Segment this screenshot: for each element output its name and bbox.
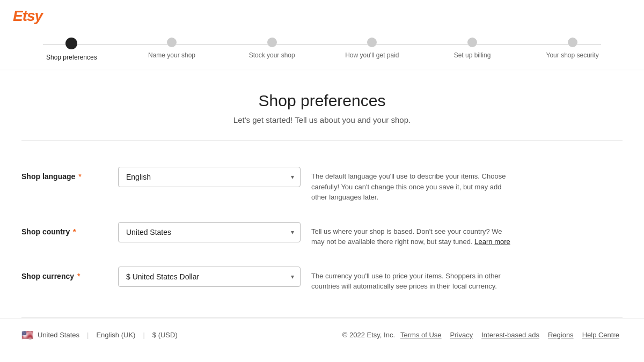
step-label-2: Name your shop bbox=[148, 51, 195, 59]
step-get-paid: How you'll get paid bbox=[322, 38, 422, 59]
shop-language-row: Shop language * English French German Sp… bbox=[21, 157, 623, 212]
shop-currency-row: Shop currency * $ United States Dollar £… bbox=[21, 257, 623, 301]
required-asterisk-language: * bbox=[76, 172, 81, 181]
separator-2: | bbox=[143, 331, 144, 339]
footer-currency: $ (USD) bbox=[152, 331, 178, 339]
step-label-5: Set up billing bbox=[454, 51, 491, 59]
required-asterisk-currency: * bbox=[75, 272, 80, 280]
shop-country-row: Shop country * United States United King… bbox=[21, 212, 623, 257]
help-centre-link[interactable]: Help Centre bbox=[582, 331, 619, 339]
footer-language: English (UK) bbox=[96, 331, 135, 339]
footer-region-info: 🇺🇸 United States | English (UK) | $ (USD… bbox=[21, 329, 178, 341]
shop-language-label: Shop language * bbox=[21, 167, 107, 181]
shop-currency-field: $ United States Dollar £ British Pound €… bbox=[118, 267, 301, 287]
shop-currency-select[interactable]: $ United States Dollar £ British Pound €… bbox=[118, 267, 301, 287]
shop-country-select-wrapper: United States United Kingdom Canada Aust… bbox=[118, 222, 301, 242]
shop-language-hint: The default language you'll use to descr… bbox=[311, 167, 515, 203]
footer-copyright: © 2022 Etsy, Inc. bbox=[342, 331, 395, 339]
step-dot-2 bbox=[167, 38, 177, 47]
step-dot-1 bbox=[65, 38, 77, 49]
regions-link[interactable]: Regions bbox=[548, 331, 574, 339]
shop-country-field: United States United Kingdom Canada Aust… bbox=[118, 222, 301, 242]
etsy-logo[interactable]: Etsy bbox=[13, 8, 42, 24]
step-set-up-billing: Set up billing bbox=[422, 38, 523, 59]
step-dot-4 bbox=[367, 38, 377, 47]
privacy-link[interactable]: Privacy bbox=[450, 331, 473, 339]
flag-icon: 🇺🇸 bbox=[21, 329, 33, 341]
preferences-form: Shop language * English French German Sp… bbox=[21, 141, 623, 318]
save-bar: Save and continue bbox=[0, 352, 644, 363]
page-subtitle: Let's get started! Tell us about you and… bbox=[21, 115, 623, 124]
shop-currency-select-wrapper: $ United States Dollar £ British Pound €… bbox=[118, 267, 301, 287]
step-dot-6 bbox=[568, 38, 577, 47]
separator-1: | bbox=[87, 331, 89, 339]
required-asterisk-country: * bbox=[71, 227, 76, 236]
header: Etsy bbox=[0, 0, 644, 32]
shop-currency-hint: The currency you'll use to price your it… bbox=[311, 267, 515, 292]
step-dot-5 bbox=[467, 38, 477, 47]
step-name-shop: Name your shop bbox=[122, 38, 222, 59]
footer-links: © 2022 Etsy, Inc. Terms of Use Privacy I… bbox=[342, 331, 623, 339]
main-content: Shop preferences Let's get started! Tell… bbox=[0, 70, 644, 318]
shop-country-label: Shop country * bbox=[21, 222, 107, 236]
step-shop-preferences: Shop preferences bbox=[21, 38, 122, 61]
step-label-6: Your shop security bbox=[546, 51, 599, 59]
step-stock-shop: Stock your shop bbox=[222, 38, 322, 59]
step-shop-security: Your shop security bbox=[522, 38, 623, 59]
step-label-4: How you'll get paid bbox=[345, 51, 399, 59]
shop-country-select[interactable]: United States United Kingdom Canada Aust… bbox=[118, 222, 301, 242]
step-label-1: Shop preferences bbox=[46, 54, 97, 61]
learn-more-link[interactable]: Learn more bbox=[474, 238, 510, 246]
shop-language-select-wrapper: English French German Spanish ▾ bbox=[118, 167, 301, 187]
footer-region: United States bbox=[38, 331, 79, 339]
shop-currency-label: Shop currency * bbox=[21, 267, 107, 280]
step-dot-3 bbox=[267, 38, 277, 47]
shop-language-field: English French German Spanish ▾ bbox=[118, 167, 301, 187]
step-label-3: Stock your shop bbox=[249, 51, 295, 59]
interest-ads-link[interactable]: Interest-based ads bbox=[481, 331, 539, 339]
progress-stepper: Shop preferences Name your shop Stock yo… bbox=[0, 32, 644, 70]
terms-link[interactable]: Terms of Use bbox=[400, 331, 442, 339]
shop-country-hint: Tell us where your shop is based. Don't … bbox=[311, 222, 515, 247]
page-title: Shop preferences bbox=[21, 92, 623, 110]
footer-bar: 🇺🇸 United States | English (UK) | $ (USD… bbox=[0, 318, 644, 352]
shop-language-select[interactable]: English French German Spanish bbox=[118, 167, 301, 187]
